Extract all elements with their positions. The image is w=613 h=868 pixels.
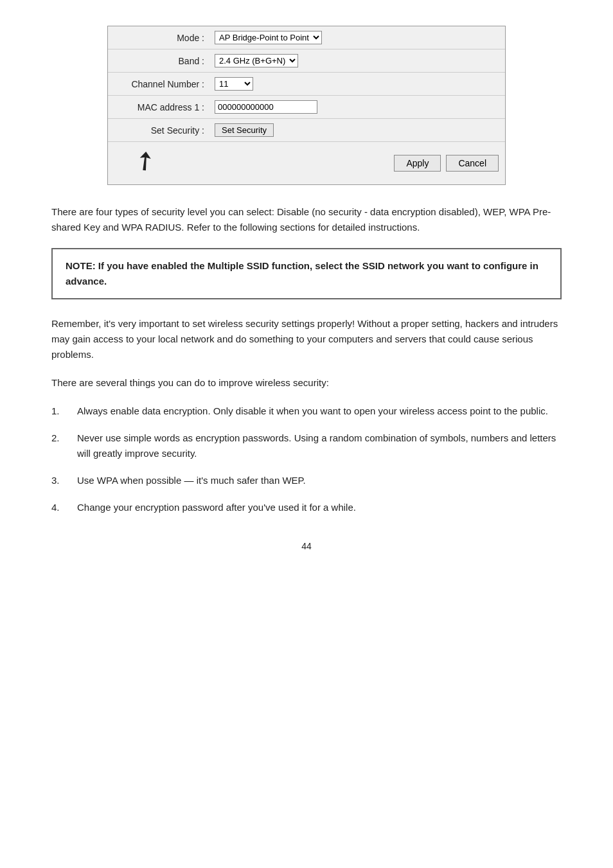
mac-label: MAC address 1 : bbox=[108, 102, 211, 112]
cancel-button[interactable]: Cancel bbox=[446, 155, 499, 172]
mac-control bbox=[211, 98, 505, 116]
apply-button[interactable]: Apply bbox=[394, 155, 441, 172]
list-text-1: Always enable data encryption. Only disa… bbox=[77, 403, 548, 419]
band-select[interactable]: 2.4 GHz (B+G+N) 2.4 GHz (B+G) 5 GHz bbox=[215, 54, 298, 67]
list-number-2: 2. bbox=[51, 430, 77, 461]
list-item: 4. Change your encryption password after… bbox=[51, 500, 562, 515]
list-item: 1. Always enable data encryption. Only d… bbox=[51, 403, 562, 419]
mac-input[interactable] bbox=[215, 100, 317, 114]
set-security-control: Set Security bbox=[211, 121, 505, 139]
set-security-label: Set Security : bbox=[108, 125, 211, 136]
list-section: 1. Always enable data encryption. Only d… bbox=[51, 403, 562, 515]
buttons-row: ➚ Apply Cancel bbox=[108, 142, 505, 184]
note-text: NOTE: If you have enabled the Multiple S… bbox=[66, 260, 538, 287]
set-security-button[interactable]: Set Security bbox=[215, 123, 274, 137]
mode-select[interactable]: AP Bridge-Point to Point AP Client WDS A… bbox=[215, 31, 322, 44]
list-item: 3. Use WPA when possible — it's much saf… bbox=[51, 473, 562, 488]
body-text-3: There are several things you can do to i… bbox=[51, 375, 562, 391]
body-text-2: Remember, it's very important to set wir… bbox=[51, 316, 562, 362]
list-text-2: Never use simple words as encryption pas… bbox=[77, 430, 562, 461]
arrow-icon: ➚ bbox=[128, 143, 161, 177]
page-number: 44 bbox=[51, 541, 562, 551]
list-text-4: Change your encryption password after yo… bbox=[77, 500, 356, 515]
list-number-4: 4. bbox=[51, 500, 77, 515]
config-panel: Mode : AP Bridge-Point to Point AP Clien… bbox=[107, 26, 506, 185]
channel-select[interactable]: 11 1234 5678 9101213 bbox=[215, 77, 253, 91]
list-item: 2. Never use simple words as encryption … bbox=[51, 430, 562, 461]
list-text-3: Use WPA when possible — it's much safer … bbox=[77, 473, 306, 488]
mode-row: Mode : AP Bridge-Point to Point AP Clien… bbox=[108, 26, 505, 49]
mode-label: Mode : bbox=[108, 33, 211, 43]
mac-row: MAC address 1 : bbox=[108, 96, 505, 119]
band-label: Band : bbox=[108, 56, 211, 66]
set-security-row: Set Security : Set Security bbox=[108, 119, 505, 142]
band-control: 2.4 GHz (B+G+N) 2.4 GHz (B+G) 5 GHz bbox=[211, 51, 505, 70]
band-row: Band : 2.4 GHz (B+G+N) 2.4 GHz (B+G) 5 G… bbox=[108, 49, 505, 73]
channel-control: 11 1234 5678 9101213 bbox=[211, 75, 505, 93]
arrow-area: ➚ bbox=[114, 147, 389, 179]
mode-control: AP Bridge-Point to Point AP Client WDS A… bbox=[211, 28, 505, 47]
note-box: NOTE: If you have enabled the Multiple S… bbox=[51, 248, 562, 299]
channel-row: Channel Number : 11 1234 5678 9101213 bbox=[108, 73, 505, 96]
list-number-1: 1. bbox=[51, 403, 77, 419]
body-text-1: There are four types of security level y… bbox=[51, 204, 562, 235]
list-number-3: 3. bbox=[51, 473, 77, 488]
channel-label: Channel Number : bbox=[108, 79, 211, 89]
